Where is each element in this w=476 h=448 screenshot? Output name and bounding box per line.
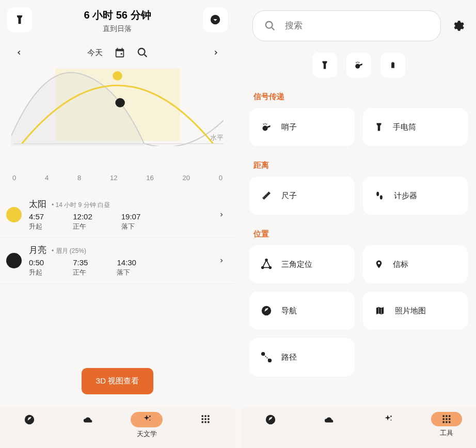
tool-flashlight[interactable]: 手电筒 xyxy=(363,108,468,146)
svg-point-30 xyxy=(266,415,275,424)
settings-button[interactable] xyxy=(451,19,465,33)
sun-row[interactable]: 太阳 • 14 小时 9 分钟 白昼 4:57升起 12:02正午 19:07落… xyxy=(0,192,235,238)
svg-rect-14 xyxy=(202,421,203,423)
sun-noon-time: 12:02 xyxy=(73,212,92,221)
tool-path[interactable]: 路径 xyxy=(249,338,355,376)
flashlight-icon xyxy=(374,122,384,132)
svg-point-23 xyxy=(379,195,382,199)
tools-pane: 信号传递 哨子 手电筒 距离 尺子 计步器 位置 三角定位 信标 xyxy=(241,0,476,448)
section-location: 位置 xyxy=(241,215,476,245)
svg-rect-40 xyxy=(446,421,447,423)
moon-set-label: 落下 xyxy=(117,268,136,277)
date-center: 今天 xyxy=(87,47,148,58)
tool-navigate[interactable]: 导航 xyxy=(249,292,355,330)
compass-icon xyxy=(265,414,276,425)
chevron-right-icon xyxy=(212,49,219,56)
svg-rect-34 xyxy=(446,415,447,417)
sparkle-icon xyxy=(141,414,152,425)
x-tick: 0 xyxy=(12,174,16,182)
calendar-button[interactable] xyxy=(114,47,125,58)
nav-tools[interactable]: 工具 xyxy=(426,412,467,438)
svg-point-27 xyxy=(262,306,271,315)
x-axis: 0 4 8 12 16 20 0 xyxy=(0,146,235,182)
countdown-subtitle: 直到日落 xyxy=(84,24,151,34)
svg-rect-9 xyxy=(204,415,206,417)
bottom-nav-left: 天文学 xyxy=(0,408,235,448)
tool-whistle[interactable]: 哨子 xyxy=(249,108,355,146)
down-circle-icon xyxy=(210,14,221,25)
astronomy-pane: 6 小时 56 分钟 直到日落 今天 xyxy=(0,0,235,448)
sun-icon xyxy=(6,207,22,222)
chevron-left-icon xyxy=(15,49,23,56)
tool-beacon[interactable]: 信标 xyxy=(363,245,468,283)
svg-point-25 xyxy=(262,267,264,269)
cloud-icon xyxy=(323,414,336,425)
x-tick: 16 xyxy=(146,174,153,182)
altitude-chart[interactable]: 水平 xyxy=(11,69,224,146)
svg-point-26 xyxy=(269,267,272,269)
nav-compass[interactable] xyxy=(9,412,50,438)
tool-photomap[interactable]: 照片地图 xyxy=(363,292,468,330)
svg-point-24 xyxy=(265,259,267,261)
svg-rect-39 xyxy=(443,421,445,423)
sparkle-icon xyxy=(382,414,393,425)
moon-meta: • 眉月 (25%) xyxy=(52,247,86,255)
nav-clouds[interactable] xyxy=(309,412,350,438)
svg-point-21 xyxy=(263,126,268,131)
sunset-button[interactable] xyxy=(203,7,228,32)
flashlight-button[interactable] xyxy=(7,7,32,32)
svg-rect-15 xyxy=(204,421,206,423)
triangulate-icon xyxy=(261,259,272,270)
sun-set-time: 19:07 xyxy=(121,212,141,221)
flashlight-icon xyxy=(14,14,25,25)
title-block: 6 小时 56 分钟 直到日落 xyxy=(84,7,151,34)
tool-triangulate[interactable]: 三角定位 xyxy=(249,245,355,283)
svg-rect-35 xyxy=(449,415,450,417)
svg-point-5 xyxy=(25,415,34,424)
whistle-icon xyxy=(261,122,272,132)
svg-point-6 xyxy=(149,415,151,417)
search-input[interactable] xyxy=(285,21,429,31)
x-tick: 4 xyxy=(45,174,49,182)
quick-flashlight[interactable] xyxy=(312,53,337,77)
nav-clouds[interactable] xyxy=(68,412,109,438)
prev-day-button[interactable] xyxy=(15,49,23,56)
section-distance: 距离 xyxy=(241,146,476,177)
grid-icon xyxy=(441,414,452,424)
nav-astronomy[interactable] xyxy=(367,412,408,438)
svg-rect-20 xyxy=(392,62,393,62)
search-icon xyxy=(137,47,148,58)
x-tick: 0 xyxy=(219,174,223,182)
compass-icon xyxy=(24,414,35,425)
nav-tools-label: 工具 xyxy=(440,428,453,438)
countdown-title: 6 小时 56 分钟 xyxy=(84,8,151,22)
moon-noon-time: 7:35 xyxy=(73,258,88,267)
bottom-nav-right: 工具 xyxy=(241,408,476,448)
quick-whistle[interactable] xyxy=(346,53,371,77)
tool-label: 路径 xyxy=(281,353,297,362)
search-event-button[interactable] xyxy=(137,47,148,58)
cloud-icon xyxy=(82,414,94,425)
view-3d-button[interactable]: 3D 视图查看 xyxy=(82,368,153,394)
svg-rect-37 xyxy=(446,418,447,420)
nav-astronomy[interactable]: 天文学 xyxy=(126,412,167,439)
moon-set-time: 14:30 xyxy=(117,258,136,267)
tool-ruler[interactable]: 尺子 xyxy=(249,177,355,215)
sun-meta: • 14 小时 9 分钟 白昼 xyxy=(52,201,110,210)
nav-compass[interactable] xyxy=(250,412,291,438)
quick-battery[interactable] xyxy=(380,53,405,77)
svg-rect-41 xyxy=(449,421,450,423)
next-day-button[interactable] xyxy=(212,49,219,56)
moon-row[interactable]: 月亮 • 眉月 (25%) 0:50升起 7:35正午 14:30落下 xyxy=(0,238,235,284)
calendar-icon xyxy=(114,47,125,58)
section-signal: 信号传递 xyxy=(241,77,476,108)
search-box[interactable] xyxy=(252,10,441,41)
tool-pedometer[interactable]: 计步器 xyxy=(363,177,468,215)
svg-rect-8 xyxy=(202,415,203,417)
nav-grid[interactable] xyxy=(185,412,226,437)
svg-rect-36 xyxy=(443,418,445,420)
svg-rect-38 xyxy=(449,418,450,420)
x-tick: 12 xyxy=(110,174,117,182)
chevron-right-icon xyxy=(218,212,225,218)
top-bar: 6 小时 56 分钟 直到日落 xyxy=(0,0,235,34)
